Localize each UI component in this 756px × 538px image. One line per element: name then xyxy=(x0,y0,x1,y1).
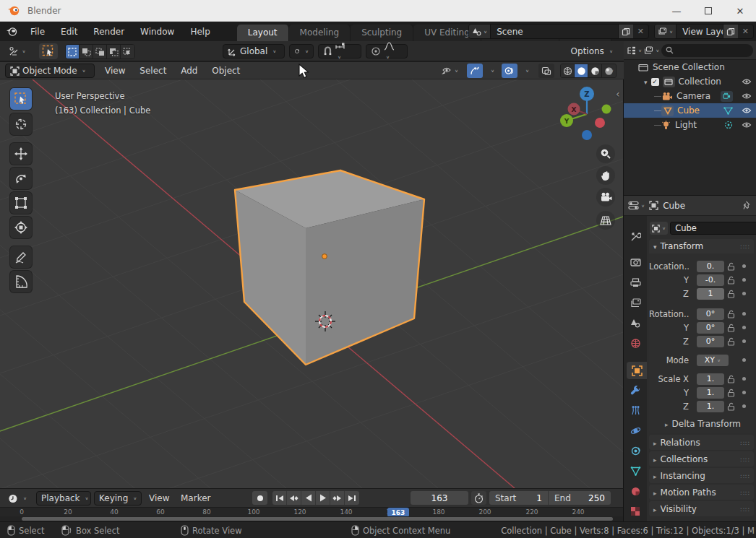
end-frame-field[interactable]: End 250 xyxy=(549,491,611,505)
scene-name[interactable]: Scene xyxy=(491,27,618,37)
animate-dot[interactable] xyxy=(742,377,746,381)
object-name-input[interactable] xyxy=(670,222,756,235)
animate-dot[interactable] xyxy=(742,404,746,408)
lock-icon[interactable] xyxy=(727,389,735,397)
outliner-row-scene-collection[interactable]: Scene Collection xyxy=(624,60,756,74)
hide-eye-icon[interactable] xyxy=(742,107,752,114)
navigation-axis-gizmo[interactable]: Z X Y xyxy=(558,85,616,143)
animate-dot[interactable] xyxy=(742,264,746,268)
timeline-editor-selector[interactable] xyxy=(4,491,31,506)
shading-wireframe[interactable] xyxy=(561,64,575,77)
axis-z-neg-ball[interactable] xyxy=(582,130,592,140)
tab-object[interactable] xyxy=(627,362,647,379)
close-button[interactable]: ✕ xyxy=(724,0,756,22)
gizmos-dropdown[interactable] xyxy=(484,64,499,78)
collection-expand-arrow[interactable] xyxy=(644,77,651,87)
panel-visibility[interactable]: Visibility xyxy=(649,501,754,516)
lock-icon[interactable] xyxy=(727,375,735,383)
menu-file[interactable]: File xyxy=(22,22,53,41)
tool-measure[interactable] xyxy=(10,271,32,292)
viewport-menu-view[interactable]: View xyxy=(99,62,131,79)
location-y-field[interactable]: -0. xyxy=(697,274,724,286)
minimize-button[interactable]: — xyxy=(661,0,692,22)
tab-scene[interactable] xyxy=(625,314,645,331)
pan-button[interactable] xyxy=(596,166,615,185)
panel-instancing[interactable]: Instancing xyxy=(649,468,754,483)
jump-to-start-button[interactable] xyxy=(272,491,287,505)
panel-relations[interactable]: Relations xyxy=(649,435,754,450)
tab-object-data[interactable] xyxy=(625,462,645,480)
tab-material[interactable] xyxy=(625,482,645,500)
zoom-button[interactable] xyxy=(596,144,615,163)
location-x-field[interactable]: 0. xyxy=(697,261,724,272)
outliner-row-camera[interactable]: Camera xyxy=(624,89,756,103)
menu-edit[interactable]: Edit xyxy=(53,22,85,41)
scale-z-field[interactable]: 1. xyxy=(697,401,724,412)
view-layer-copy-button[interactable] xyxy=(723,25,738,38)
timeline-scrollbar-thumb[interactable] xyxy=(22,517,613,521)
lock-icon[interactable] xyxy=(727,402,735,411)
lock-icon[interactable] xyxy=(727,262,735,271)
shading-solid[interactable] xyxy=(575,64,588,77)
tab-tool[interactable] xyxy=(625,227,645,245)
panel-motion-paths[interactable]: Motion Paths xyxy=(649,485,754,500)
timeline-scrollbar[interactable] xyxy=(0,516,623,521)
axis-x-neg-ball[interactable] xyxy=(595,118,605,128)
select-mode-invert[interactable] xyxy=(107,45,121,58)
play-button[interactable] xyxy=(316,491,330,505)
location-z-field[interactable]: 1 xyxy=(697,288,724,300)
outliner-search-input[interactable] xyxy=(661,44,753,57)
animate-dot[interactable] xyxy=(742,391,746,394)
overlays-toggle[interactable] xyxy=(502,64,517,78)
viewport-menu-add[interactable]: Add xyxy=(175,62,203,79)
rotation-y-field[interactable]: 0° xyxy=(697,322,724,334)
play-reverse-button[interactable] xyxy=(301,491,316,505)
tab-sculpting[interactable]: Sculpting xyxy=(351,25,413,41)
tab-modeling[interactable]: Modeling xyxy=(289,25,351,41)
object-id-dropdown[interactable] xyxy=(650,222,668,235)
outliner-row-light[interactable]: Light xyxy=(624,118,756,132)
view-layer-remove-icon[interactable]: ✕ xyxy=(738,27,753,36)
view-layer-browse-button[interactable] xyxy=(655,25,676,38)
scene-browse-button[interactable] xyxy=(469,25,491,38)
tool-cursor[interactable] xyxy=(10,113,32,135)
tool-move[interactable] xyxy=(10,143,32,165)
tool-annotate[interactable] xyxy=(10,246,32,268)
panel-grip[interactable] xyxy=(741,454,750,464)
camera-data-icon[interactable] xyxy=(721,91,733,102)
select-mode-subtract[interactable] xyxy=(93,45,107,58)
outliner-row-collection[interactable]: ✓ Collection xyxy=(624,74,756,89)
animate-dot[interactable] xyxy=(742,326,746,329)
shading-material-preview[interactable] xyxy=(588,64,602,77)
panel-grip[interactable] xyxy=(741,504,750,514)
panel-collections[interactable]: Collections xyxy=(649,451,754,467)
tool-scale[interactable] xyxy=(10,192,32,214)
tool-select-box[interactable] xyxy=(10,88,32,110)
use-preview-range-button[interactable] xyxy=(471,491,486,505)
delta-transform-panel[interactable]: Delta Transform xyxy=(649,417,754,430)
lock-icon[interactable] xyxy=(727,324,735,332)
timeline-marker-menu[interactable]: Marker xyxy=(181,493,210,503)
options-dropdown[interactable]: Options xyxy=(571,44,617,58)
animate-dot[interactable] xyxy=(742,312,746,316)
proportional-edit-icon[interactable] xyxy=(371,46,381,56)
sidebar-collapse-arrow[interactable]: ‹ xyxy=(616,88,620,100)
animate-dot[interactable] xyxy=(742,358,746,362)
select-mode-extend[interactable] xyxy=(80,45,93,58)
tab-modifiers[interactable] xyxy=(625,381,645,399)
tool-transform[interactable] xyxy=(10,217,32,238)
pivot-point-dropdown[interactable] xyxy=(289,44,314,58)
menu-render[interactable]: Render xyxy=(85,22,132,41)
hide-eye-icon[interactable] xyxy=(742,78,752,85)
jump-to-end-button[interactable] xyxy=(345,491,359,505)
perspective-toggle-button[interactable] xyxy=(596,211,615,230)
camera-view-button[interactable] xyxy=(596,188,615,207)
object-visibility-dropdown[interactable] xyxy=(436,64,463,78)
menu-help[interactable]: Help xyxy=(182,22,218,41)
select-mode-intersect[interactable] xyxy=(121,45,134,58)
xray-toggle[interactable] xyxy=(538,64,554,78)
timeline-ruler[interactable]: 0 20 40 60 80 100 120 140 160 180 200 22… xyxy=(0,507,623,516)
panel-grip[interactable] xyxy=(741,471,750,481)
auto-keying-record-button[interactable] xyxy=(252,491,267,505)
lock-icon[interactable] xyxy=(727,337,735,346)
